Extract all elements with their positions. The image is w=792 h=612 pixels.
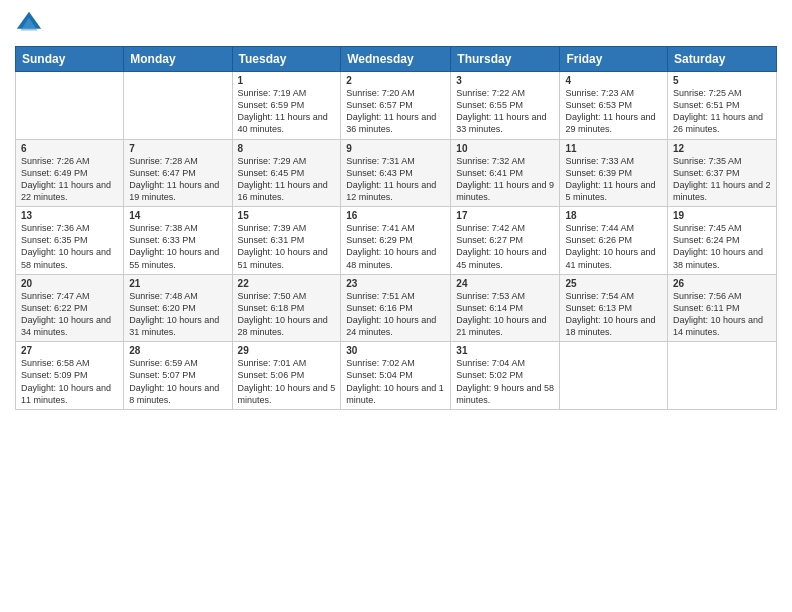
day-cell: 21Sunrise: 7:48 AM Sunset: 6:20 PM Dayli… [124, 274, 232, 342]
day-number: 23 [346, 278, 445, 289]
day-detail: Sunrise: 7:31 AM Sunset: 6:43 PM Dayligh… [346, 155, 445, 204]
day-number: 2 [346, 75, 445, 86]
day-cell: 23Sunrise: 7:51 AM Sunset: 6:16 PM Dayli… [341, 274, 451, 342]
day-cell: 27Sunrise: 6:58 AM Sunset: 5:09 PM Dayli… [16, 342, 124, 410]
day-number: 13 [21, 210, 118, 221]
day-cell: 9Sunrise: 7:31 AM Sunset: 6:43 PM Daylig… [341, 139, 451, 207]
day-cell: 15Sunrise: 7:39 AM Sunset: 6:31 PM Dayli… [232, 207, 341, 275]
day-cell: 31Sunrise: 7:04 AM Sunset: 5:02 PM Dayli… [451, 342, 560, 410]
day-number: 16 [346, 210, 445, 221]
day-cell: 6Sunrise: 7:26 AM Sunset: 6:49 PM Daylig… [16, 139, 124, 207]
day-detail: Sunrise: 7:25 AM Sunset: 6:51 PM Dayligh… [673, 87, 771, 136]
day-detail: Sunrise: 7:26 AM Sunset: 6:49 PM Dayligh… [21, 155, 118, 204]
weekday-header-monday: Monday [124, 47, 232, 72]
day-cell: 4Sunrise: 7:23 AM Sunset: 6:53 PM Daylig… [560, 72, 668, 140]
day-detail: Sunrise: 7:47 AM Sunset: 6:22 PM Dayligh… [21, 290, 118, 339]
weekday-header-friday: Friday [560, 47, 668, 72]
day-number: 12 [673, 143, 771, 154]
day-number: 31 [456, 345, 554, 356]
day-number: 22 [238, 278, 336, 289]
day-detail: Sunrise: 7:48 AM Sunset: 6:20 PM Dayligh… [129, 290, 226, 339]
day-cell: 8Sunrise: 7:29 AM Sunset: 6:45 PM Daylig… [232, 139, 341, 207]
day-detail: Sunrise: 6:58 AM Sunset: 5:09 PM Dayligh… [21, 357, 118, 406]
day-cell: 10Sunrise: 7:32 AM Sunset: 6:41 PM Dayli… [451, 139, 560, 207]
day-cell: 22Sunrise: 7:50 AM Sunset: 6:18 PM Dayli… [232, 274, 341, 342]
day-cell: 19Sunrise: 7:45 AM Sunset: 6:24 PM Dayli… [668, 207, 777, 275]
day-detail: Sunrise: 7:35 AM Sunset: 6:37 PM Dayligh… [673, 155, 771, 204]
day-detail: Sunrise: 7:56 AM Sunset: 6:11 PM Dayligh… [673, 290, 771, 339]
weekday-header-saturday: Saturday [668, 47, 777, 72]
day-cell: 12Sunrise: 7:35 AM Sunset: 6:37 PM Dayli… [668, 139, 777, 207]
day-cell [16, 72, 124, 140]
day-detail: Sunrise: 7:45 AM Sunset: 6:24 PM Dayligh… [673, 222, 771, 271]
day-cell: 14Sunrise: 7:38 AM Sunset: 6:33 PM Dayli… [124, 207, 232, 275]
day-detail: Sunrise: 7:39 AM Sunset: 6:31 PM Dayligh… [238, 222, 336, 271]
day-cell: 25Sunrise: 7:54 AM Sunset: 6:13 PM Dayli… [560, 274, 668, 342]
day-detail: Sunrise: 7:22 AM Sunset: 6:55 PM Dayligh… [456, 87, 554, 136]
day-number: 18 [565, 210, 662, 221]
day-detail: Sunrise: 7:23 AM Sunset: 6:53 PM Dayligh… [565, 87, 662, 136]
day-cell: 18Sunrise: 7:44 AM Sunset: 6:26 PM Dayli… [560, 207, 668, 275]
day-cell: 17Sunrise: 7:42 AM Sunset: 6:27 PM Dayli… [451, 207, 560, 275]
day-detail: Sunrise: 7:38 AM Sunset: 6:33 PM Dayligh… [129, 222, 226, 271]
day-cell: 2Sunrise: 7:20 AM Sunset: 6:57 PM Daylig… [341, 72, 451, 140]
day-detail: Sunrise: 7:28 AM Sunset: 6:47 PM Dayligh… [129, 155, 226, 204]
day-cell: 20Sunrise: 7:47 AM Sunset: 6:22 PM Dayli… [16, 274, 124, 342]
day-cell [124, 72, 232, 140]
day-detail: Sunrise: 7:41 AM Sunset: 6:29 PM Dayligh… [346, 222, 445, 271]
day-number: 27 [21, 345, 118, 356]
day-cell: 30Sunrise: 7:02 AM Sunset: 5:04 PM Dayli… [341, 342, 451, 410]
day-cell: 24Sunrise: 7:53 AM Sunset: 6:14 PM Dayli… [451, 274, 560, 342]
day-number: 8 [238, 143, 336, 154]
calendar-table: SundayMondayTuesdayWednesdayThursdayFrid… [15, 46, 777, 410]
logo-icon [15, 10, 43, 38]
day-cell [560, 342, 668, 410]
day-number: 17 [456, 210, 554, 221]
day-number: 15 [238, 210, 336, 221]
day-number: 20 [21, 278, 118, 289]
day-cell: 5Sunrise: 7:25 AM Sunset: 6:51 PM Daylig… [668, 72, 777, 140]
day-number: 30 [346, 345, 445, 356]
day-number: 28 [129, 345, 226, 356]
day-detail: Sunrise: 7:02 AM Sunset: 5:04 PM Dayligh… [346, 357, 445, 406]
day-number: 6 [21, 143, 118, 154]
day-cell: 26Sunrise: 7:56 AM Sunset: 6:11 PM Dayli… [668, 274, 777, 342]
day-cell: 1Sunrise: 7:19 AM Sunset: 6:59 PM Daylig… [232, 72, 341, 140]
day-detail: Sunrise: 7:01 AM Sunset: 5:06 PM Dayligh… [238, 357, 336, 406]
week-row-3: 13Sunrise: 7:36 AM Sunset: 6:35 PM Dayli… [16, 207, 777, 275]
day-number: 10 [456, 143, 554, 154]
day-number: 11 [565, 143, 662, 154]
day-number: 1 [238, 75, 336, 86]
day-detail: Sunrise: 7:19 AM Sunset: 6:59 PM Dayligh… [238, 87, 336, 136]
day-cell: 3Sunrise: 7:22 AM Sunset: 6:55 PM Daylig… [451, 72, 560, 140]
day-detail: Sunrise: 7:04 AM Sunset: 5:02 PM Dayligh… [456, 357, 554, 406]
weekday-header-row: SundayMondayTuesdayWednesdayThursdayFrid… [16, 47, 777, 72]
day-detail: Sunrise: 7:29 AM Sunset: 6:45 PM Dayligh… [238, 155, 336, 204]
day-cell: 11Sunrise: 7:33 AM Sunset: 6:39 PM Dayli… [560, 139, 668, 207]
day-number: 21 [129, 278, 226, 289]
week-row-2: 6Sunrise: 7:26 AM Sunset: 6:49 PM Daylig… [16, 139, 777, 207]
day-cell: 29Sunrise: 7:01 AM Sunset: 5:06 PM Dayli… [232, 342, 341, 410]
header [15, 10, 777, 38]
weekday-header-wednesday: Wednesday [341, 47, 451, 72]
weekday-header-sunday: Sunday [16, 47, 124, 72]
day-cell [668, 342, 777, 410]
day-cell: 28Sunrise: 6:59 AM Sunset: 5:07 PM Dayli… [124, 342, 232, 410]
day-detail: Sunrise: 7:20 AM Sunset: 6:57 PM Dayligh… [346, 87, 445, 136]
day-detail: Sunrise: 7:33 AM Sunset: 6:39 PM Dayligh… [565, 155, 662, 204]
day-cell: 13Sunrise: 7:36 AM Sunset: 6:35 PM Dayli… [16, 207, 124, 275]
day-number: 29 [238, 345, 336, 356]
day-detail: Sunrise: 7:54 AM Sunset: 6:13 PM Dayligh… [565, 290, 662, 339]
week-row-1: 1Sunrise: 7:19 AM Sunset: 6:59 PM Daylig… [16, 72, 777, 140]
day-detail: Sunrise: 6:59 AM Sunset: 5:07 PM Dayligh… [129, 357, 226, 406]
day-detail: Sunrise: 7:36 AM Sunset: 6:35 PM Dayligh… [21, 222, 118, 271]
day-detail: Sunrise: 7:32 AM Sunset: 6:41 PM Dayligh… [456, 155, 554, 204]
day-cell: 16Sunrise: 7:41 AM Sunset: 6:29 PM Dayli… [341, 207, 451, 275]
day-number: 3 [456, 75, 554, 86]
day-number: 25 [565, 278, 662, 289]
week-row-4: 20Sunrise: 7:47 AM Sunset: 6:22 PM Dayli… [16, 274, 777, 342]
week-row-5: 27Sunrise: 6:58 AM Sunset: 5:09 PM Dayli… [16, 342, 777, 410]
day-detail: Sunrise: 7:50 AM Sunset: 6:18 PM Dayligh… [238, 290, 336, 339]
weekday-header-thursday: Thursday [451, 47, 560, 72]
day-detail: Sunrise: 7:44 AM Sunset: 6:26 PM Dayligh… [565, 222, 662, 271]
